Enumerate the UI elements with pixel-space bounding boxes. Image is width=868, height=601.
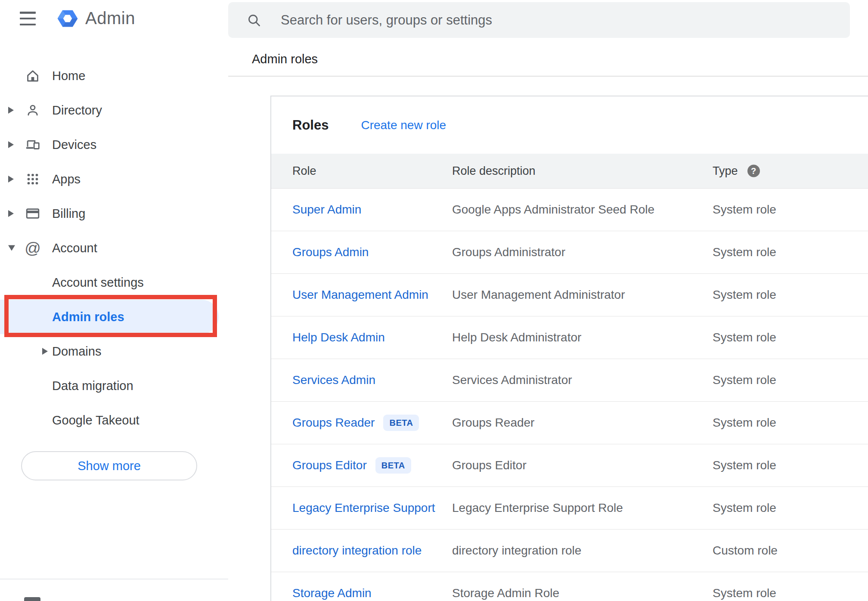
role-link[interactable]: Storage Admin [292, 586, 372, 600]
search-icon [246, 12, 262, 28]
sidebar-item-admin-roles[interactable]: Admin roles [0, 300, 228, 334]
billing-card-icon [25, 205, 41, 222]
role-type: System role [713, 501, 868, 515]
column-header-type-label: Type [713, 164, 738, 178]
triangle-right-icon[interactable] [42, 348, 48, 355]
role-link[interactable]: directory integration role [292, 544, 422, 558]
sidebar-item-data-migration[interactable]: Data migration [0, 369, 228, 403]
card-title: Roles [292, 118, 329, 133]
sidebar-item-label: Directory [52, 103, 102, 118]
table-row: directory integration roledirectory inte… [271, 530, 868, 572]
column-header-type: Type ? [713, 164, 760, 178]
role-description: Groups Administrator [452, 245, 713, 259]
sidebar-item-label: Admin roles [52, 310, 124, 324]
role-type: System role [713, 416, 868, 430]
sidebar-item-domains[interactable]: Domains [0, 334, 228, 369]
role-type: System role [713, 373, 868, 387]
sidebar-nav: HomeDirectoryDevicesAppsBilling@AccountA… [0, 59, 228, 437]
sidebar-item-label: Account settings [52, 276, 144, 290]
role-cell: Groups EditorBETA [271, 457, 452, 474]
role-link[interactable]: Help Desk Admin [292, 331, 385, 344]
table-row: Groups ReaderBETAGroups ReaderSystem rol… [271, 402, 868, 444]
main-content: Admin roles Roles Create new role Role R… [228, 0, 868, 601]
triangle-right-icon[interactable] [8, 107, 14, 114]
show-more-button[interactable]: Show more [21, 451, 197, 480]
role-description: Groups Editor [452, 458, 713, 472]
sidebar-item-label: Home [52, 69, 85, 83]
triangle-right-icon[interactable] [8, 210, 14, 217]
table-row: User Management AdminUser Management Adm… [271, 274, 868, 316]
role-type: Custom role [713, 544, 868, 558]
card-header: Roles Create new role [271, 96, 868, 154]
triangle-right-icon[interactable] [8, 141, 14, 148]
sidebar-item-account[interactable]: @Account [0, 231, 228, 265]
role-link[interactable]: Groups Reader [292, 416, 375, 430]
sidebar-item-label: Devices [52, 138, 96, 152]
sidebar-item-label: Domains [52, 344, 101, 359]
apps-grid-icon [25, 171, 41, 187]
search-input[interactable] [281, 12, 850, 28]
role-cell: Help Desk Admin [271, 331, 452, 344]
sidebar: Admin HomeDirectoryDevicesAppsBilling@Ac… [0, 0, 228, 601]
app-title: Admin [85, 9, 135, 28]
role-link[interactable]: User Management Admin [292, 288, 428, 302]
sidebar-item-label: Account [52, 241, 97, 255]
role-type: System role [713, 586, 868, 600]
table-row: Storage AdminStorage Admin RoleSystem ro… [271, 572, 868, 601]
content-divider [228, 76, 868, 77]
role-type: System role [713, 203, 868, 217]
table-row: Legacy Enterprise SupportLegacy Enterpri… [271, 487, 868, 530]
role-description: Google Apps Administrator Seed Role [452, 203, 713, 217]
triangle-right-icon[interactable] [8, 176, 14, 183]
role-cell: Groups Admin [271, 245, 452, 259]
role-type: System role [713, 458, 868, 472]
role-link[interactable]: Services Admin [292, 373, 375, 387]
table-row: Help Desk AdminHelp Desk AdministratorSy… [271, 316, 868, 359]
role-cell: directory integration role [271, 544, 452, 558]
sidebar-item-label: Data migration [52, 379, 133, 393]
sidebar-item-directory[interactable]: Directory [0, 93, 228, 127]
sidebar-item-google-takeout[interactable]: Google Takeout [0, 403, 228, 437]
sidebar-item-account-settings[interactable]: Account settings [0, 265, 228, 300]
role-cell: Groups ReaderBETA [271, 415, 452, 431]
role-type: System role [713, 331, 868, 344]
beta-badge: BETA [383, 415, 419, 431]
sidebar-item-label: Apps [52, 172, 81, 186]
role-cell: Legacy Enterprise Support [271, 501, 452, 515]
role-link[interactable]: Super Admin [292, 203, 361, 217]
breadcrumb: Admin roles [252, 52, 318, 66]
sidebar-item-billing[interactable]: Billing [0, 196, 228, 231]
role-cell: Super Admin [271, 203, 452, 217]
table-body: Super AdminGoogle Apps Administrator See… [271, 189, 868, 601]
column-header-description: Role description [452, 164, 536, 178]
role-cell: User Management Admin [271, 288, 452, 302]
triangle-down-icon[interactable] [8, 245, 15, 251]
role-description: Legacy Enterprise Support Role [452, 501, 713, 515]
search-bar[interactable] [228, 2, 850, 38]
hamburger-menu-icon[interactable] [20, 12, 36, 25]
role-link[interactable]: Groups Editor [292, 458, 367, 472]
role-description: Help Desk Administrator [452, 331, 713, 344]
role-description: directory integration role [452, 544, 713, 558]
table-row: Super AdminGoogle Apps Administrator See… [271, 189, 868, 231]
role-link[interactable]: Legacy Enterprise Support [292, 501, 435, 515]
roles-card: Roles Create new role Role Role descript… [270, 96, 868, 601]
column-header-role: Role [292, 164, 316, 178]
table-row: Groups AdminGroups AdministratorSystem r… [271, 231, 868, 274]
sidebar-item-apps[interactable]: Apps [0, 162, 228, 196]
home-icon [25, 68, 41, 84]
role-type: System role [713, 245, 868, 259]
sidebar-item-devices[interactable]: Devices [0, 127, 228, 162]
at-icon: @ [25, 240, 41, 256]
role-description: Storage Admin Role [452, 586, 713, 600]
create-new-role-link[interactable]: Create new role [361, 118, 446, 132]
admin-logo-icon [55, 6, 81, 31]
role-link[interactable]: Groups Admin [292, 245, 369, 259]
help-icon[interactable]: ? [747, 165, 760, 177]
role-description: Groups Reader [452, 416, 713, 430]
role-type: System role [713, 288, 868, 302]
person-icon [25, 102, 41, 118]
table-row: Services AdminServices AdministratorSyst… [271, 359, 868, 402]
sidebar-item-home[interactable]: Home [0, 59, 228, 93]
role-description: User Management Administrator [452, 288, 713, 302]
